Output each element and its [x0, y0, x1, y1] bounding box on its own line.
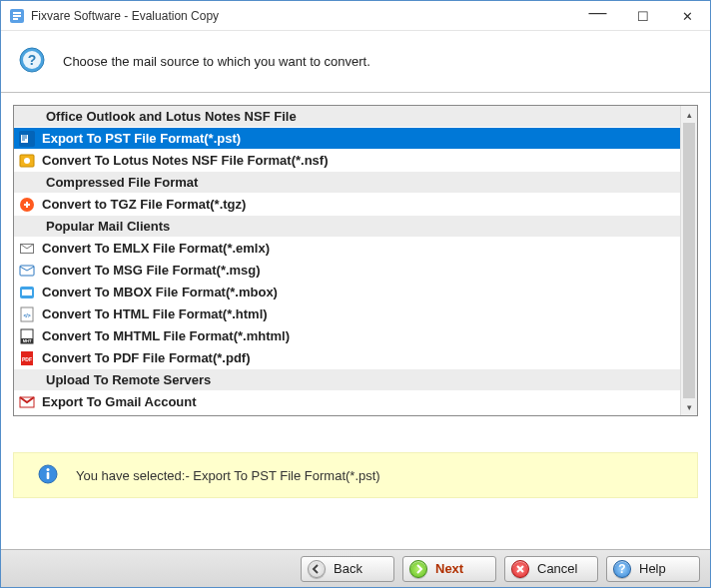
back-button[interactable]: Back — [301, 556, 394, 582]
category-header: Compressed File Format — [14, 172, 680, 194]
help-button[interactable]: ? Help — [606, 556, 700, 582]
html-icon: </> — [18, 306, 36, 322]
tgz-icon — [18, 197, 36, 213]
wizard-footer: Back Next Cancel ? Help — [1, 549, 710, 587]
close-button[interactable]: ✕ — [665, 1, 710, 31]
gmail-icon — [18, 394, 36, 410]
svg-text:?: ? — [28, 52, 37, 68]
scrollbar[interactable]: ▴ ▾ — [680, 106, 697, 415]
svg-text:</>: </> — [23, 312, 30, 318]
format-option[interactable]: MHTConvert To MHTML File Format(*.mhtml) — [14, 325, 680, 347]
scroll-down-button[interactable]: ▾ — [681, 398, 697, 415]
cancel-button[interactable]: Cancel — [504, 556, 598, 582]
minimize-button[interactable]: — — [575, 0, 620, 27]
format-option-label: Convert To PDF File Format(*.pdf) — [42, 350, 250, 365]
format-list[interactable]: Office Outlook and Lotus Notes NSF FileE… — [14, 106, 680, 415]
scroll-up-button[interactable]: ▴ — [681, 106, 697, 123]
window-controls: — ☐ ✕ — [575, 1, 710, 30]
format-option[interactable]: Export To PST File Format(*.pst) — [14, 128, 680, 150]
format-option-label: Convert To EMLX File Format(*.emlx) — [42, 241, 270, 256]
format-option-label: Convert To MHTML File Format(*.mhtml) — [42, 328, 290, 343]
titlebar: Fixvare Software - Evaluation Copy — ☐ ✕ — [1, 1, 710, 31]
status-prefix: You have selected:- — [76, 468, 193, 483]
format-option[interactable]: PDFConvert To PDF File Format(*.pdf) — [14, 347, 680, 369]
pst-icon — [18, 131, 36, 147]
format-option-label: Export To Gmail Account — [42, 394, 197, 409]
next-button[interactable]: Next — [402, 556, 496, 582]
format-option[interactable]: Convert to TGZ File Format(*.tgz) — [14, 194, 680, 216]
format-option-label: Convert To MSG File Format(*.msg) — [42, 263, 261, 278]
svg-rect-23 — [47, 472, 50, 479]
back-label: Back — [334, 561, 362, 576]
format-option[interactable]: Convert To MBOX File Format(*.mbox) — [14, 282, 680, 303]
nsf-icon — [18, 153, 36, 169]
cancel-label: Cancel — [537, 561, 577, 576]
status-band: You have selected:- Export To PST File F… — [13, 452, 698, 498]
header-prompt: Choose the mail source to which you want… — [63, 54, 370, 69]
svg-text:MHT: MHT — [23, 338, 32, 343]
status-value: Export To PST File Format(*.pst) — [193, 468, 379, 483]
category-header: Office Outlook and Lotus Notes NSF File — [14, 106, 680, 128]
format-option[interactable]: Export To Gmail Account — [14, 391, 680, 413]
format-option-label: Export To PST File Format(*.pst) — [42, 131, 241, 146]
svg-rect-12 — [22, 290, 32, 295]
cancel-icon — [511, 560, 529, 578]
pdf-icon: PDF — [18, 350, 36, 366]
format-option-label: Convert To Lotus Notes NSF File Format(*… — [42, 153, 329, 168]
svg-point-22 — [47, 468, 50, 471]
app-icon — [9, 8, 25, 24]
format-option[interactable]: Convert To Lotus Notes NSF File Format(*… — [14, 150, 680, 172]
mbox-icon — [18, 285, 36, 300]
format-option[interactable]: Convert To MSG File Format(*.msg) — [14, 260, 680, 282]
format-option[interactable]: </>Convert To HTML File Format(*.html) — [14, 303, 680, 325]
maximize-button[interactable]: ☐ — [620, 1, 665, 31]
msg-icon — [18, 263, 36, 279]
svg-text:PDF: PDF — [22, 356, 32, 362]
info-icon — [38, 464, 58, 487]
content-area: Office Outlook and Lotus Notes NSF FileE… — [1, 93, 710, 549]
scroll-track[interactable] — [681, 123, 697, 398]
mhtml-icon: MHT — [18, 328, 36, 344]
question-icon: ? — [19, 47, 45, 76]
emlx-icon — [18, 241, 36, 257]
format-listbox: Office Outlook and Lotus Notes NSF FileE… — [13, 105, 698, 416]
next-label: Next — [435, 561, 463, 576]
status-text: You have selected:- Export To PST File F… — [76, 468, 380, 483]
header-band: ? Choose the mail source to which you wa… — [1, 31, 710, 93]
format-option[interactable]: Convert To EMLX File Format(*.emlx) — [14, 238, 680, 260]
next-arrow-icon — [409, 560, 427, 578]
scroll-thumb[interactable] — [683, 123, 695, 398]
back-arrow-icon — [308, 560, 326, 578]
category-header: Popular Mail Clients — [14, 216, 680, 238]
format-option-label: Convert to TGZ File Format(*.tgz) — [42, 197, 246, 212]
format-option-label: Convert To HTML File Format(*.html) — [42, 306, 268, 321]
window-title: Fixvare Software - Evaluation Copy — [31, 9, 575, 23]
category-header: Upload To Remote Servers — [14, 369, 680, 391]
format-option-label: Convert To MBOX File Format(*.mbox) — [42, 285, 278, 299]
help-icon: ? — [613, 560, 631, 578]
svg-point-7 — [24, 158, 30, 164]
help-label: Help — [639, 561, 666, 576]
